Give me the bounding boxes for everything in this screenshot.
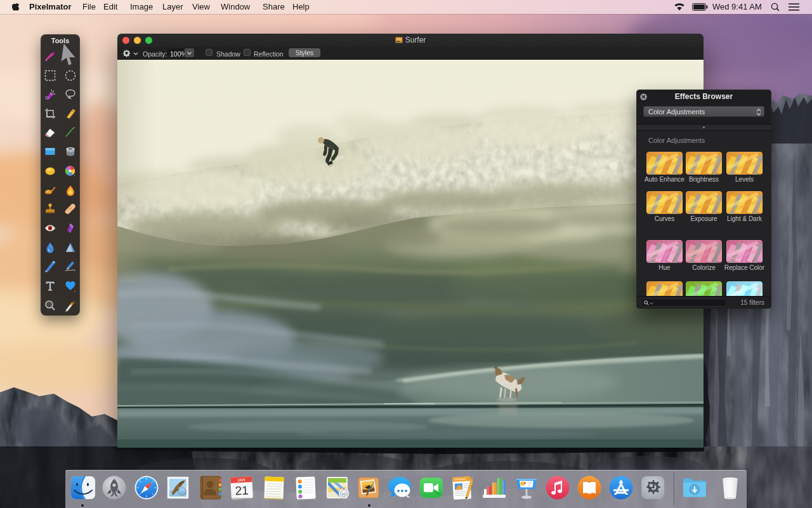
svg-text:21: 21: [235, 483, 249, 497]
svg-text:3D: 3D: [341, 492, 346, 496]
svg-text:JAN: JAN: [237, 478, 246, 483]
